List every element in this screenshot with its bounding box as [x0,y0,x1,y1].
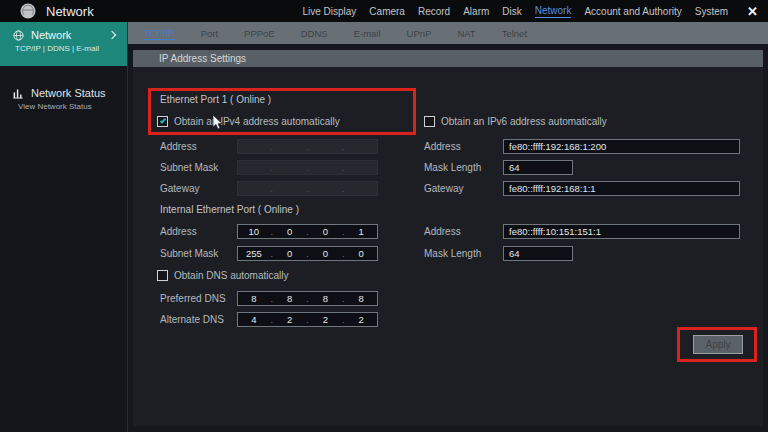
internal-ipv6-address-input[interactable]: fe80::ffff:10:151:151:1 [503,224,740,239]
preferred-dns-input[interactable]: 8.8.8.8 [237,291,378,306]
field-label: Address [424,141,503,152]
internal-ipv6-mask-length-row: Mask Length 64 [424,246,573,261]
ipv6-auto-checkbox-row: Obtain an IPv6 address automatically [424,116,607,127]
ipv4-auto-checkbox[interactable] [157,116,168,127]
ipv6-address-row: Address fe80::ffff:192:168:1:200 [424,139,740,154]
apply-button[interactable]: Apply [693,335,743,354]
internal-subnet-input[interactable]: 255.0.0.0 [237,246,378,261]
internal-subnet-row: Subnet Mask 255.0.0.0 [160,246,378,261]
preferred-dns-row: Preferred DNS 8.8.8.8 [160,291,378,306]
ipv4-subnet-input: ... [237,160,378,175]
menu-item-camera[interactable]: Camera [369,6,405,17]
octet: 8 [274,293,306,304]
field-label: Subnet Mask [160,248,237,259]
octet: 0 [274,248,306,259]
field-label: Mask Length [424,248,503,259]
dns-auto-label: Obtain DNS automatically [174,270,289,281]
tab-port[interactable]: Port [201,28,218,39]
sidebar-network-status-sublink[interactable]: View Network Status [0,102,127,111]
main-content: IP Address Settings Ethernet Port 1 ( On… [128,44,768,432]
field-label: Address [160,226,237,237]
field-label: Mask Length [424,162,503,173]
octet: 1 [345,226,377,237]
field-label: Subnet Mask [160,162,237,173]
octet: 0 [310,248,342,259]
ipv6-auto-label: Obtain an IPv6 address automatically [441,116,607,127]
ipv4-address-row: Address ... [160,139,378,154]
globe-icon [13,30,24,41]
sidebar: Network TCP/IP | DDNS | E-mail Network S… [0,22,128,432]
ipv6-gateway-row: Gateway fe80::ffff:192:168:1:1 [424,181,740,196]
octet: 2 [345,314,377,325]
menu-item-network[interactable]: Network [535,5,572,18]
sidebar-item-network[interactable]: Network TCP/IP | DDNS | E-mail [0,22,127,66]
field-label: Gateway [424,183,503,194]
dns-auto-checkbox-row: Obtain DNS automatically [157,270,289,281]
menu-item-live-display[interactable]: Live Display [302,6,356,17]
ipv6-address-input[interactable]: fe80::ffff:192:168:1:200 [503,139,740,154]
sidebar-item-label: Network [31,29,71,41]
sidebar-item-network-status[interactable]: Network Status View Network Status [0,80,127,111]
panel-header: IP Address Settings [133,50,763,67]
menu-item-record[interactable]: Record [418,6,450,17]
menu-item-alarm[interactable]: Alarm [463,6,489,17]
top-menu: Live Display Camera Record Alarm Disk Ne… [302,4,758,19]
octet: 8 [238,293,270,304]
field-label: Gateway [160,183,237,194]
tab-ddns[interactable]: DDNS [301,28,328,39]
octet: 0 [274,226,306,237]
menu-item-disk[interactable]: Disk [502,6,521,17]
internal-port-title: Internal Ethernet Port ( Online ) [160,204,299,215]
tab-upnp[interactable]: UPnP [407,28,432,39]
internal-ipv6-mask-length-input[interactable]: 64 [503,246,573,261]
field-label: Alternate DNS [160,314,237,325]
field-label: Address [160,141,237,152]
chevron-right-icon [108,31,116,39]
ipv6-mask-length-input[interactable]: 64 [503,160,573,175]
octet: 10 [238,226,270,237]
dns-auto-checkbox[interactable] [157,270,168,281]
panel-title: IP Address Settings [159,53,246,64]
ethernet-port1-title: Ethernet Port 1 ( Online ) [160,94,271,105]
alternate-dns-row: Alternate DNS 4.2.2.2 [160,312,378,327]
ipv4-auto-label: Obtain an IPv4 address automatically [174,116,340,127]
ipv4-gateway-row: Gateway ... [160,181,378,196]
octet: 4 [238,314,270,325]
field-label: Preferred DNS [160,293,237,304]
ipv6-gateway-input[interactable]: fe80::ffff:192:168:1:1 [503,181,740,196]
ipv4-auto-checkbox-row: Obtain an IPv4 address automatically [157,116,340,127]
internal-address-input[interactable]: 10.0.0.1 [237,224,378,239]
octet: 8 [345,293,377,304]
menu-item-account-and-authority[interactable]: Account and Authority [584,6,681,17]
octet: 0 [310,226,342,237]
alternate-dns-input[interactable]: 4.2.2.2 [237,312,378,327]
network-status-icon [13,88,24,99]
field-label: Address [424,226,503,237]
sidebar-network-sublinks[interactable]: TCP/IP | DDNS | E-mail [0,44,127,53]
ipv6-auto-checkbox[interactable] [424,116,435,127]
top-bar: Network Live Display Camera Record Alarm… [0,0,768,22]
brand-logo-icon [20,3,36,19]
tab-nat[interactable]: NAT [457,28,475,39]
ipv4-gateway-input: ... [237,181,378,196]
tab-email[interactable]: E-mail [354,28,381,39]
octet: 2 [274,314,306,325]
octet: 8 [310,293,342,304]
page-title: Network [46,4,94,19]
check-icon [159,117,165,123]
sidebar-item-label: Network Status [31,87,106,99]
tab-tcpip[interactable]: TCP/IP [144,27,175,40]
ipv4-address-input: ... [237,139,378,154]
menu-item-system[interactable]: System [695,6,728,17]
tab-telnet[interactable]: Telnet [502,28,527,39]
tab-bar: TCP/IP Port PPPoE DDNS E-mail UPnP NAT T… [128,22,768,44]
octet: 2 [310,314,342,325]
internal-ipv6-address-row: Address fe80::ffff:10:151:151:1 [424,224,740,239]
close-icon[interactable]: ✕ [747,4,758,19]
ipv6-mask-length-row: Mask Length 64 [424,160,573,175]
ipv4-subnet-row: Subnet Mask ... [160,160,378,175]
tab-pppoe[interactable]: PPPoE [244,28,275,39]
internal-address-row: Address 10.0.0.1 [160,224,378,239]
octet: 0 [345,248,377,259]
nvr-network-settings-screen: Network Live Display Camera Record Alarm… [0,0,768,432]
